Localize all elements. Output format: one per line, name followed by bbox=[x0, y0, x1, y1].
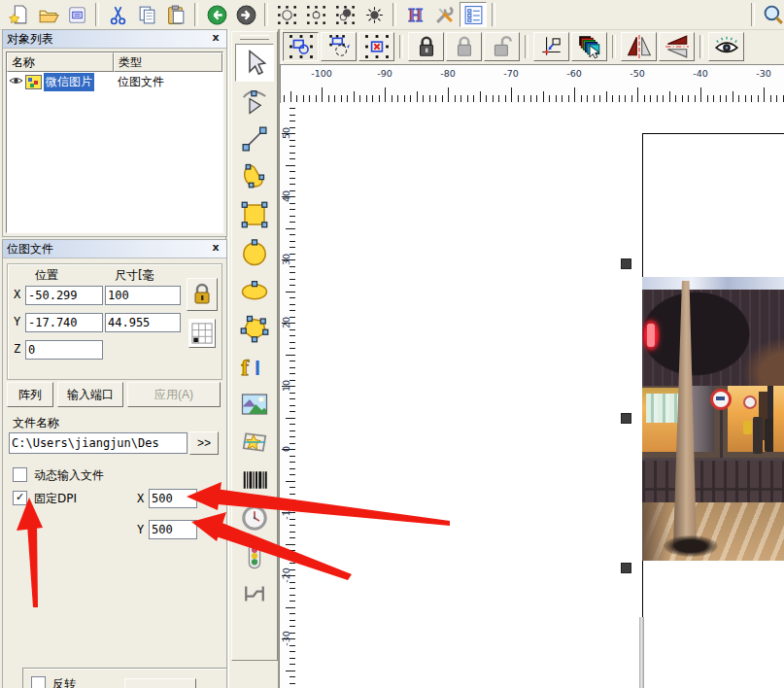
object-list-row[interactable]: 微信图片 位图文件 bbox=[7, 72, 222, 92]
array-button[interactable]: 阵列 bbox=[7, 382, 53, 407]
rectangle-tool-button[interactable] bbox=[235, 195, 274, 233]
dpi-y-input[interactable] bbox=[149, 520, 197, 539]
file-path-input[interactable] bbox=[9, 432, 187, 454]
toolbar-separator bbox=[525, 35, 528, 58]
open-button[interactable] bbox=[34, 2, 61, 27]
save-icon bbox=[66, 4, 88, 26]
text-tool-button[interactable]: fI bbox=[235, 347, 274, 385]
preview-eye-button[interactable] bbox=[708, 32, 744, 61]
invert-checkbox[interactable] bbox=[31, 676, 46, 688]
object-list-close-button[interactable]: x bbox=[209, 32, 222, 46]
copy-button[interactable] bbox=[133, 2, 160, 27]
new-button[interactable] bbox=[5, 2, 32, 27]
anchor-grid-button[interactable] bbox=[188, 319, 216, 348]
partial-button[interactable] bbox=[124, 678, 196, 688]
input-port-button[interactable]: 输入端口 bbox=[57, 382, 123, 407]
ellipse-tool bbox=[240, 276, 269, 305]
mirror-vertical-button[interactable] bbox=[659, 32, 695, 61]
object-list[interactable]: 名称 类型 微信图片 位图文件 bbox=[6, 52, 223, 233]
lock-button[interactable] bbox=[408, 32, 444, 61]
dynamic-input-checkbox[interactable] bbox=[13, 467, 27, 482]
traffic-light-tool-button[interactable] bbox=[235, 536, 274, 574]
x-size-input[interactable] bbox=[105, 286, 181, 305]
dpi-x-input[interactable] bbox=[149, 489, 197, 508]
properties-button[interactable] bbox=[460, 2, 487, 27]
redo-button[interactable] bbox=[232, 2, 259, 27]
transform-tool bbox=[240, 428, 269, 457]
main-toolbar: H bbox=[0, 0, 784, 30]
x-position-input[interactable] bbox=[25, 286, 103, 305]
barcode-tool-button[interactable] bbox=[235, 461, 274, 499]
polygon-tool-button[interactable] bbox=[235, 309, 274, 347]
toolbar-separator bbox=[264, 3, 268, 26]
save-button[interactable] bbox=[63, 2, 90, 27]
connector-tool bbox=[240, 579, 269, 608]
paste-button[interactable] bbox=[162, 2, 189, 27]
rectangle-tool bbox=[240, 200, 269, 229]
redo-icon bbox=[235, 4, 257, 26]
unlock-icon bbox=[452, 34, 477, 59]
node-show-button[interactable] bbox=[273, 2, 300, 27]
undo-button[interactable] bbox=[203, 2, 230, 27]
canvas[interactable] bbox=[295, 103, 784, 688]
select-group-button[interactable] bbox=[283, 32, 319, 61]
cut-button[interactable] bbox=[104, 2, 131, 27]
line-tool bbox=[240, 124, 269, 154]
position-header: 位置 bbox=[35, 267, 58, 284]
column-header-name[interactable]: 名称 bbox=[7, 52, 114, 72]
placed-bitmap-image[interactable] bbox=[642, 277, 784, 561]
y-position-input[interactable] bbox=[25, 313, 103, 332]
browse-button[interactable]: >> bbox=[189, 431, 219, 455]
fixed-dpi-checkbox[interactable] bbox=[13, 491, 27, 505]
node-ball-button[interactable] bbox=[331, 2, 358, 27]
image-tool-button[interactable] bbox=[235, 385, 274, 423]
selection-handle[interactable] bbox=[621, 413, 631, 424]
padlock-gold-icon bbox=[191, 283, 213, 306]
bitmap-panel-close-button[interactable]: x bbox=[209, 242, 222, 256]
object-list-titlebar: 对象列表 x bbox=[3, 30, 226, 49]
node-spike-button[interactable] bbox=[360, 2, 388, 27]
lock-open-button[interactable] bbox=[484, 32, 520, 61]
z-position-input[interactable] bbox=[25, 340, 103, 360]
tools-button[interactable] bbox=[430, 2, 458, 27]
zoom-button[interactable] bbox=[760, 2, 784, 27]
unlock-button[interactable] bbox=[446, 32, 482, 61]
layers-button[interactable] bbox=[571, 32, 607, 61]
origin-button[interactable] bbox=[533, 32, 569, 61]
circle-tool-button[interactable] bbox=[235, 233, 274, 271]
node-edit-tool-button[interactable] bbox=[235, 82, 274, 120]
object-name-cell: 微信图片 bbox=[7, 73, 114, 91]
tools-icon bbox=[433, 4, 456, 26]
column-h-button[interactable]: H bbox=[401, 2, 428, 27]
y-size-input[interactable] bbox=[105, 313, 181, 332]
connector-tool-button[interactable] bbox=[235, 574, 274, 612]
select-rotate-button[interactable] bbox=[321, 32, 357, 61]
clock-tool bbox=[240, 503, 269, 533]
toolbar-grip[interactable] bbox=[240, 35, 269, 40]
invert-groupbox: 反转 bbox=[22, 668, 226, 688]
select-tool-button[interactable] bbox=[235, 44, 274, 82]
select-delete-button[interactable] bbox=[358, 32, 394, 61]
tool-column: fI bbox=[229, 29, 279, 688]
node-edit-button[interactable] bbox=[302, 2, 329, 27]
line-tool-button[interactable] bbox=[235, 120, 274, 157]
invert-label[interactable]: 反转 bbox=[52, 676, 76, 688]
mirror-horizontal-button[interactable] bbox=[621, 32, 657, 61]
transform-tool-button[interactable] bbox=[235, 423, 274, 461]
dynamic-input-label[interactable]: 动态输入文件 bbox=[34, 467, 104, 484]
freehand-tool-button[interactable] bbox=[235, 157, 274, 195]
apply-button[interactable]: 应用(A) bbox=[127, 382, 221, 407]
selection-handle[interactable] bbox=[621, 563, 631, 573]
object-name[interactable]: 微信图片 bbox=[44, 73, 94, 91]
clock-tool-button[interactable] bbox=[235, 499, 274, 536]
visibility-eye-icon[interactable] bbox=[9, 75, 23, 89]
object-list-title: 对象列表 bbox=[7, 30, 209, 48]
node-spike-icon bbox=[363, 4, 386, 26]
selection-handle[interactable] bbox=[621, 258, 631, 269]
bitmap-panel-title: 位图文件 bbox=[7, 240, 209, 258]
column-header-type[interactable]: 类型 bbox=[114, 52, 222, 72]
fixed-dpi-label[interactable]: 固定DPI bbox=[34, 491, 77, 507]
page-top-edge bbox=[642, 133, 784, 134]
aspect-lock-button[interactable] bbox=[187, 278, 218, 311]
ellipse-tool-button[interactable] bbox=[235, 271, 274, 309]
